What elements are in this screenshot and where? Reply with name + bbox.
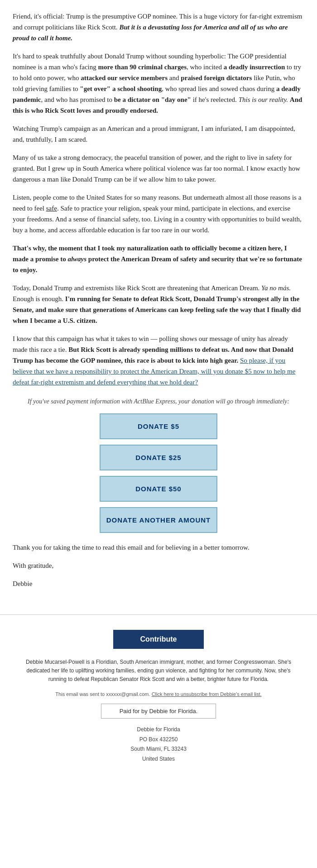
donate-5-button[interactable]: DONATE $5 [100,413,217,439]
donate-section: If you've saved payment information with… [13,397,304,533]
paragraph-6: That's why, the moment that I took my na… [13,243,304,275]
footer-unsub: This email was sent to xxxxxx@gmail.com.… [13,691,304,699]
paragraph-3: Watching Trump's campaign as an American… [13,123,304,145]
address-line2: PO Box 432250 [139,736,178,743]
closing-2: With gratitude, [13,560,304,571]
donate-25-button[interactable]: DONATE $25 [100,445,217,470]
actblue-note: If you've saved payment information with… [13,397,304,406]
paragraph-1: Friend, it's official: Trump is the pres… [13,11,304,43]
paragraph-2: It's hard to speak truthfully about Dona… [13,51,304,116]
donate-other-button[interactable]: DONATE ANOTHER AMOUNT [100,507,217,533]
closing-1: Thank you for taking the time to read th… [13,542,304,553]
address-line1: Debbie for Florida [137,726,180,733]
paragraph-7: Today, Donald Trump and extremists like … [13,283,304,326]
address-line4: United States [142,756,175,762]
address-line3: South Miami, FL 33243 [130,746,187,752]
paragraph-8: I know that this campaign has what it ta… [13,333,304,388]
contribute-button[interactable]: Contribute [113,630,204,649]
footer-address: Debbie for Florida PO Box 432250 South M… [13,725,304,764]
unsub-pre-text: This email was sent to xxxxxx@gmail.com. [55,691,150,697]
unsubscribe-link[interactable]: Click here to unsubscribe from Debbie's … [152,691,262,697]
email-body: Friend, it's official: Trump is the pres… [0,0,317,605]
paid-for-box: Paid for by Debbie for Florida. [101,704,216,719]
footer-section: Contribute Debbie Mucarsel-Powell is a F… [0,615,317,764]
paid-for-text: Paid for by Debbie for Florida. [120,708,198,715]
paragraph-5: Listen, people come to the United States… [13,192,304,235]
paragraph-4: Many of us take a strong democracy, the … [13,152,304,185]
donate-50-button[interactable]: DONATE $50 [100,476,217,502]
footer-bio: Debbie Mucarsel-Powell is a Floridian, S… [13,658,304,684]
closing-3: Debbie [13,578,304,589]
